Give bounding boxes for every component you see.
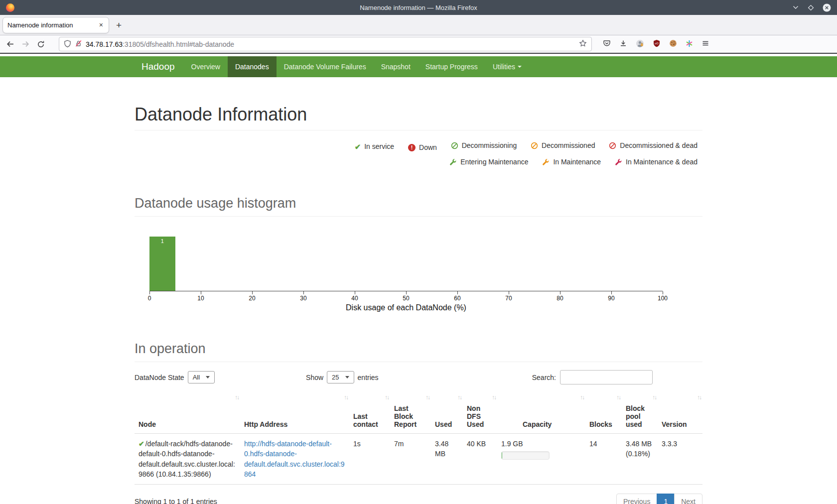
histogram-plot-area: 1 [149, 237, 663, 291]
col-used[interactable]: Used↑↓ [431, 391, 463, 434]
sort-icon[interactable]: ↑↓ [580, 394, 584, 401]
col-non-dfs-used[interactable]: Non DFS Used↑↓ [463, 391, 497, 434]
ban-circle-icon [609, 142, 616, 149]
sort-icon[interactable]: ↑↓ [697, 394, 701, 401]
window-minimize-icon[interactable] [792, 4, 799, 11]
pocket-icon[interactable] [603, 39, 611, 49]
col-block-pool-used[interactable]: Block pool used↑↓ [622, 391, 658, 434]
axis-tick [149, 291, 150, 294]
legend-decommissioned-dead: Decommissioned & dead [609, 138, 698, 153]
cell-non-dfs-used: 40 KB [463, 434, 497, 485]
pagination-previous[interactable]: Previous [616, 494, 657, 504]
svg-text:uO: uO [655, 42, 659, 45]
sort-icon[interactable]: ↑↓ [616, 394, 620, 401]
axis-tick [355, 291, 355, 294]
axis-tick-label: 100 [658, 295, 668, 302]
download-icon[interactable] [619, 39, 627, 49]
showing-entries-text: Showing 1 to 1 of 1 entries [135, 498, 217, 504]
col-last-block-report[interactable]: Last Block Report↑↓ [390, 391, 431, 434]
legend-decommissioning: Decommissioning [451, 138, 517, 153]
tracking-shield-icon[interactable] [64, 40, 71, 49]
insecure-lock-icon[interactable] [75, 40, 82, 49]
sort-icon[interactable]: ↑↓ [457, 394, 461, 401]
axis-tick [663, 291, 663, 294]
asterisk-extension-icon[interactable] [686, 40, 693, 49]
sort-icon[interactable]: ↑↓ [385, 394, 389, 401]
url-path: :31805/dfshealth.html#tab-datanode [123, 40, 234, 48]
col-node[interactable]: Node↑↓ [135, 391, 240, 434]
pagination: Previous 1 Next [617, 494, 702, 504]
datanode-state-select[interactable]: All [188, 371, 215, 383]
cell-used: 3.48 MB [431, 434, 463, 485]
entries-label: entries [358, 374, 379, 381]
cell-http-address: http://hdfs-datanode-default-0.hdfs-data… [240, 434, 349, 485]
forward-icon[interactable] [21, 40, 30, 48]
nav-item-startup-progress[interactable]: Startup Progress [418, 56, 485, 77]
ban-circle-icon [531, 142, 538, 149]
bookmark-star-icon[interactable] [579, 39, 587, 49]
url-bar[interactable]: 34.78.17.63:31805/dfshealth.html#tab-dat… [59, 37, 592, 51]
window-maximize-icon[interactable] [807, 4, 815, 11]
divider [135, 216, 702, 217]
axis-tick [252, 291, 253, 294]
navbar-brand-hadoop[interactable]: Hadoop [135, 56, 184, 77]
ublock-extension-icon[interactable]: uO [653, 39, 661, 49]
browser-tab[interactable]: Namenode information × [2, 17, 109, 33]
new-tab-button[interactable]: + [116, 20, 122, 30]
tab-title: Namenode information [7, 21, 95, 29]
window-close-icon[interactable] [823, 3, 831, 12]
datanode-state-legend: ✔In service !Down Decommissioning Decomm… [135, 138, 698, 171]
pagination-next[interactable]: Next [674, 494, 702, 504]
nav-item-utilities[interactable]: Utilities [485, 56, 529, 77]
sort-icon[interactable]: ↑↓ [425, 394, 429, 401]
axis-tick [406, 291, 407, 294]
entries-select[interactable]: 25 [327, 371, 354, 383]
nav-item-datanodes[interactable]: Datanodes [228, 56, 277, 77]
axis-tick [509, 291, 509, 294]
axis-tick-label: 70 [505, 295, 512, 302]
check-icon: ✔ [139, 440, 144, 448]
check-icon: ✔ [355, 139, 361, 154]
cookie-extension-icon[interactable] [669, 39, 677, 49]
histogram-x-axis-label: Disk usage of each DataNode (%) [149, 303, 663, 312]
sort-icon[interactable]: ↑↓ [235, 394, 239, 401]
back-icon[interactable] [6, 40, 14, 48]
sort-icon[interactable]: ↑↓ [344, 394, 348, 401]
axis-tick [303, 291, 304, 294]
tab-close-icon[interactable]: × [98, 21, 104, 29]
axis-tick [457, 291, 458, 294]
wrench-icon [449, 158, 457, 166]
cell-block-pool-used: 3.48 MB (0.18%) [622, 434, 658, 485]
url-host: 34.78.17.63 [86, 40, 123, 48]
col-last-contact[interactable]: Last contact↑↓ [349, 391, 390, 434]
sort-icon[interactable]: ↑↓ [492, 394, 496, 401]
legend-down: !Down [408, 140, 437, 155]
axis-tick-label: 80 [557, 295, 563, 302]
ban-circle-icon [451, 142, 458, 149]
sort-icon[interactable]: ↑↓ [652, 394, 656, 401]
histogram-heading: Datanode usage histogram [135, 196, 702, 211]
reload-icon[interactable] [37, 40, 45, 48]
cell-node: ✔/default-rack/hdfs-datanode-default-0.h… [135, 434, 240, 485]
account-extension-icon[interactable] [636, 39, 644, 49]
tab-bar: Namenode information × + [0, 15, 837, 35]
col-http-address[interactable]: Http Address↑↓ [240, 391, 349, 434]
legend-entering-maintenance: Entering Maintenance [449, 155, 528, 169]
search-label: Search: [532, 374, 556, 381]
nav-item-snapshot[interactable]: Snapshot [374, 56, 418, 77]
col-blocks[interactable]: Blocks↑↓ [585, 391, 622, 434]
window-title: Namenode information — Mozilla Firefox [0, 4, 837, 11]
menu-icon[interactable] [701, 39, 709, 49]
url-text[interactable]: 34.78.17.63:31805/dfshealth.html#tab-dat… [86, 40, 575, 48]
cell-last-contact: 1s [349, 434, 390, 485]
pagination-page-1[interactable]: 1 [657, 494, 675, 504]
axis-tick-label: 30 [300, 295, 306, 302]
divider [135, 362, 702, 362]
exclamation-circle-icon: ! [408, 144, 416, 151]
datanode-http-link[interactable]: http://hdfs-datanode-default-0.hdfs-data… [244, 440, 345, 478]
nav-item-overview[interactable]: Overview [184, 56, 228, 77]
col-capacity[interactable]: Capacity↑↓ [497, 391, 585, 434]
nav-item-datanode-volume-failures[interactable]: Datanode Volume Failures [277, 56, 374, 77]
col-version[interactable]: Version↑↓ [658, 391, 702, 434]
search-input[interactable] [560, 370, 653, 384]
